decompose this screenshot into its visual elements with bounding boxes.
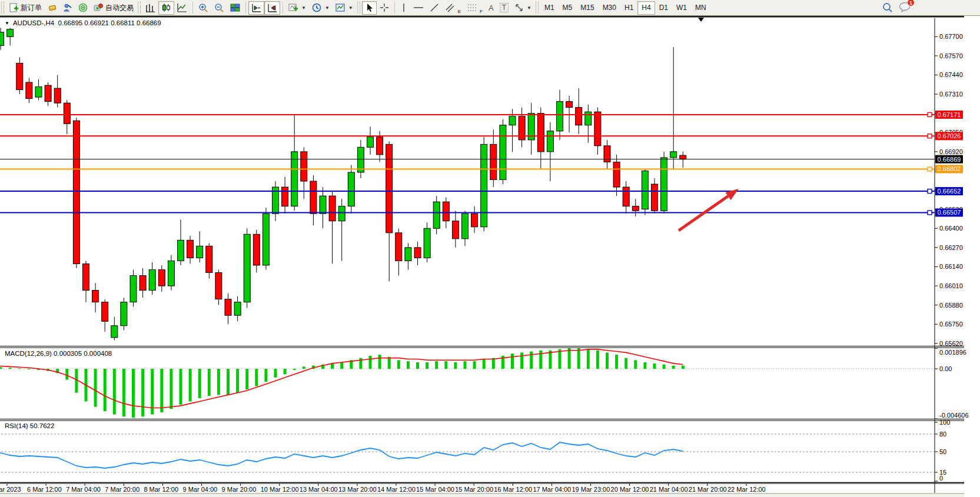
trendline-tool[interactable] xyxy=(427,1,442,15)
macd-bar xyxy=(407,361,410,369)
chart-shift-button[interactable] xyxy=(264,1,280,15)
toolbar-grip[interactable] xyxy=(1,2,4,14)
fibo-letter: F xyxy=(480,9,483,14)
macd-bar xyxy=(303,366,305,369)
fibonacci-tool[interactable]: F xyxy=(464,1,486,15)
toolbar-grip[interactable] xyxy=(138,2,141,14)
macd-bar xyxy=(682,366,685,369)
tile-windows-button[interactable] xyxy=(227,1,243,15)
timeframe-m1[interactable]: M1 xyxy=(540,1,559,15)
macd-bar xyxy=(189,369,192,401)
macd-bar xyxy=(236,369,239,393)
macd-bar xyxy=(530,352,533,369)
macd-bar xyxy=(113,369,116,415)
macd-bar xyxy=(653,363,656,369)
templates-button[interactable]: ▼ xyxy=(333,1,356,15)
date-label: 9 Mar 04:00 xyxy=(183,486,218,493)
periods-button[interactable]: ▼ xyxy=(309,1,333,15)
level-handle-0.66652[interactable] xyxy=(928,189,932,194)
timeframe-w1[interactable]: W1 xyxy=(672,1,691,15)
arrows-tool[interactable]: ▼ xyxy=(511,1,534,15)
candle-bullish xyxy=(547,131,553,152)
macd-bar xyxy=(587,349,590,369)
bar-chart-button[interactable] xyxy=(142,1,158,15)
candle-bullish xyxy=(367,137,374,148)
timeframe-m5[interactable]: M5 xyxy=(559,1,577,15)
channel-tool[interactable]: E xyxy=(442,1,464,15)
level-handle-0.67171[interactable] xyxy=(928,112,932,116)
timeframe-mn[interactable]: MN xyxy=(691,1,710,15)
candle-bullish xyxy=(168,261,174,286)
indicators-button[interactable]: ▼ xyxy=(285,1,309,15)
candle-bearish xyxy=(92,291,99,302)
macd-bar xyxy=(255,369,258,386)
macd-bar xyxy=(672,366,675,369)
candle-bearish xyxy=(253,234,260,265)
level-handle-0.67026[interactable] xyxy=(928,134,932,138)
timeframe-h1[interactable]: H1 xyxy=(620,1,637,15)
toolbar-grip[interactable] xyxy=(357,2,360,14)
horizontal-line-tool[interactable] xyxy=(410,1,427,15)
candlestick-chart-button[interactable] xyxy=(158,1,174,15)
date-label: 13 Mar 20:00 xyxy=(338,486,377,493)
search-icon[interactable] xyxy=(882,2,893,13)
arrows-icon xyxy=(514,3,524,12)
candlestick-chart-icon xyxy=(161,3,171,12)
zoom-in-button[interactable] xyxy=(195,1,211,15)
candle-bullish xyxy=(244,234,250,302)
toolbox-button[interactable] xyxy=(45,1,60,15)
macd-bar xyxy=(634,360,637,369)
candle-bearish xyxy=(414,248,421,258)
price-tick-label: 0.66140 xyxy=(939,263,963,270)
level-handle-0.66802[interactable] xyxy=(928,167,932,171)
collapse-triangle-icon[interactable]: ▼ xyxy=(5,21,9,26)
date-label: 8 Mar 12:00 xyxy=(144,486,178,493)
timeframe-h4[interactable]: H4 xyxy=(637,1,655,15)
candle-bullish xyxy=(585,112,592,125)
candle-bullish xyxy=(178,240,184,261)
timeframe-d1[interactable]: D1 xyxy=(655,1,672,15)
zoom-out-icon xyxy=(214,3,224,13)
vertical-line-tool[interactable] xyxy=(397,1,410,15)
auto-trading-button[interactable]: 自动交易 xyxy=(91,1,137,15)
macd-bar xyxy=(274,369,277,378)
timeframe-m30[interactable]: M30 xyxy=(599,1,620,15)
notifications-button[interactable]: 1 xyxy=(899,2,911,14)
candle-bearish xyxy=(83,263,89,290)
candle-bullish xyxy=(197,246,203,258)
cursor-tool-button[interactable] xyxy=(362,1,377,15)
candle-bearish xyxy=(443,202,449,221)
crosshair-tool-button[interactable] xyxy=(377,1,392,15)
level-handle-0.66507[interactable] xyxy=(928,211,932,215)
bar-chart-icon xyxy=(145,3,155,12)
candle-bullish xyxy=(35,87,42,98)
status-strip xyxy=(0,493,964,497)
timeframe-m15[interactable]: M15 xyxy=(576,1,598,15)
toolbar-grip[interactable] xyxy=(536,2,539,14)
market-watch-button[interactable] xyxy=(60,1,75,15)
auto-scroll-button[interactable] xyxy=(248,1,264,15)
macd-bar xyxy=(122,369,125,416)
dropdown-caret: ▼ xyxy=(301,5,306,11)
text-tool[interactable]: A xyxy=(486,1,497,15)
candle-bullish xyxy=(234,302,241,316)
candle-bullish xyxy=(642,171,648,209)
macd-bar xyxy=(284,369,287,374)
macd-bar xyxy=(615,355,618,369)
new-order-button[interactable]: 新订单 xyxy=(6,1,45,15)
macd-bar xyxy=(65,369,68,379)
signals-button[interactable] xyxy=(75,1,91,15)
macd-bar xyxy=(483,359,486,369)
macd-bar xyxy=(94,369,97,407)
candle-bearish xyxy=(377,137,383,155)
date-label: 21 Mar 04:00 xyxy=(650,486,688,493)
rsi-value: 50.7622 xyxy=(30,422,55,429)
text-label-tool[interactable]: T xyxy=(497,1,511,15)
candle-bullish xyxy=(0,32,4,46)
date-label: 6 Mar 12:00 xyxy=(27,486,62,493)
zoom-out-button[interactable] xyxy=(211,1,227,15)
macd-bar xyxy=(198,369,201,398)
line-chart-button[interactable] xyxy=(174,1,190,15)
candle-bullish xyxy=(424,228,430,258)
price-tag-label: 0.67171 xyxy=(938,111,961,118)
